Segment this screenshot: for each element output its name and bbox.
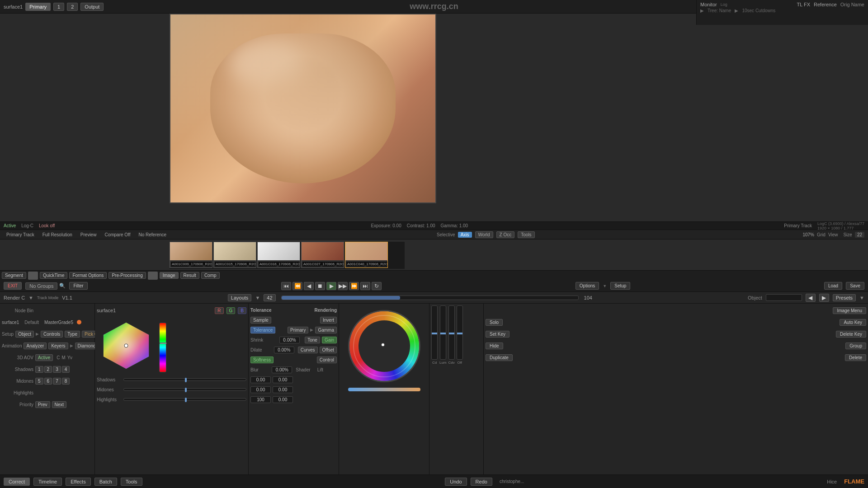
pri-5[interactable]: 5 — [35, 378, 43, 385]
exit-btn[interactable]: EXIT — [4, 282, 22, 290]
analyzer-btn[interactable]: Analyzer — [24, 343, 47, 349]
blur-input[interactable] — [272, 366, 292, 373]
search-icon[interactable]: 🔍 — [59, 283, 66, 289]
tab-2[interactable]: 2 — [67, 3, 78, 11]
val6[interactable] — [273, 396, 293, 403]
tab-1[interactable]: 1 — [53, 3, 64, 11]
shrink-input[interactable] — [279, 337, 300, 343]
timeline-tab[interactable]: Timeline — [33, 478, 62, 486]
timeline-track[interactable] — [281, 296, 579, 300]
auto-key-btn[interactable]: Auto Key — [840, 319, 866, 326]
grade-wheel[interactable] — [348, 310, 420, 382]
control-btn[interactable]: Control — [317, 357, 337, 363]
step-back-btn[interactable]: ◀ — [304, 282, 314, 290]
pri-8[interactable]: 8 — [62, 378, 70, 385]
pri-1[interactable]: 1 — [35, 366, 43, 373]
val3[interactable] — [250, 386, 271, 393]
view-btn[interactable]: View — [828, 232, 838, 237]
offset-btn[interactable]: Offset — [320, 347, 337, 353]
delete-btn[interactable]: Delete — [845, 354, 866, 361]
grid-btn[interactable]: Grid — [817, 232, 826, 237]
axis-btn[interactable]: Axis — [458, 232, 472, 238]
film-thumb-5[interactable]: A001C040_170906_R2OH — [345, 242, 388, 268]
hex-color-wheel[interactable] — [97, 318, 156, 372]
tools-btn[interactable]: Tools — [518, 231, 534, 238]
film-thumb-3[interactable]: A001C016_170906_R2OH — [257, 242, 300, 268]
primary-track-btn[interactable]: Primary Track — [4, 232, 37, 238]
val2[interactable] — [273, 376, 293, 383]
tolerance-highlight[interactable]: Tolerance — [250, 327, 275, 333]
play-btn[interactable]: ▶ — [326, 282, 336, 290]
tone-btn[interactable]: Tone — [305, 337, 320, 343]
redo-btn[interactable]: Redo — [471, 478, 492, 486]
format-options-btn[interactable]: Format Options — [69, 272, 107, 279]
object-btn[interactable]: Object — [15, 331, 34, 338]
layouts-label[interactable]: Layouts — [228, 294, 252, 301]
hide-btn[interactable]: Hide — [486, 343, 503, 349]
no-groups-btn[interactable]: No Groups — [25, 282, 57, 290]
effects-tab[interactable]: Effects — [66, 478, 90, 486]
midtones-track[interactable] — [123, 388, 246, 391]
slider-2-track[interactable] — [440, 305, 446, 360]
active-btn[interactable]: Active — [35, 354, 53, 361]
controls-btn[interactable]: Controls — [41, 331, 63, 338]
render-dropdown-icon[interactable]: ▼ — [28, 295, 33, 300]
setup-btn[interactable]: Setup — [610, 282, 630, 290]
segment-btn[interactable]: Segment — [2, 272, 26, 279]
softness-highlight[interactable]: Softness — [250, 357, 274, 363]
undo-btn[interactable]: Undo — [445, 478, 467, 486]
film-thumb-1[interactable]: A001C009_170906_R2OH — [170, 242, 212, 268]
slider-1-track[interactable] — [431, 305, 438, 360]
go-start-btn[interactable]: ⏮ — [281, 282, 291, 290]
tab-output[interactable]: Output — [80, 3, 104, 11]
slider-3-track[interactable] — [448, 305, 455, 360]
film-thumb-4[interactable]: A001C027_170906_R2OH — [301, 242, 344, 268]
val1[interactable] — [250, 376, 271, 383]
film-thumb-2[interactable]: A001C015_170906_R2OH — [213, 242, 256, 268]
grade-wheel-wrapper[interactable] — [341, 306, 427, 386]
pri-4[interactable]: 4 — [62, 366, 70, 373]
prev-preset-btn[interactable]: ◀ — [806, 294, 816, 302]
selective51-input[interactable]: selective51 — [766, 294, 802, 301]
layouts-arrow[interactable]: ▼ — [255, 295, 260, 300]
correct-tab[interactable]: Correct — [4, 478, 30, 486]
preview-btn[interactable]: Preview — [78, 232, 99, 238]
next-frame-btn[interactable]: ⏩ — [349, 282, 359, 290]
set-key-btn[interactable]: Set Key — [486, 331, 509, 338]
prev-frame-btn[interactable]: ⏪ — [292, 282, 302, 290]
delete-key-btn[interactable]: Delete Key — [836, 331, 866, 338]
save-btn[interactable]: Save — [846, 282, 864, 290]
type-btn[interactable]: Type — [65, 331, 80, 338]
world-btn[interactable]: World — [475, 231, 493, 238]
pri-7[interactable]: 7 — [53, 378, 61, 385]
primary-btn[interactable]: Primary — [288, 327, 308, 333]
loop-btn[interactable]: ↻ — [372, 282, 382, 290]
gamma-btn[interactable]: Gamma — [315, 327, 337, 333]
quicktime-btn[interactable]: QuickTime — [40, 272, 67, 279]
channel-r-btn[interactable]: R — [215, 307, 223, 314]
next-preset-btn[interactable]: ▶ — [819, 294, 829, 302]
shadows-track[interactable] — [123, 378, 246, 381]
curves-btn[interactable]: Curves — [298, 347, 318, 353]
gain-btn[interactable]: Gain — [322, 337, 337, 343]
pri-3[interactable]: 3 — [53, 366, 61, 373]
image-menu-btn[interactable]: Image Menu — [833, 307, 866, 314]
step-fwd-btn[interactable]: ▶▶ — [338, 282, 348, 290]
hue-track[interactable] — [159, 323, 166, 372]
presets-label[interactable]: Presets — [833, 294, 856, 301]
invert-btn[interactable]: Invert — [320, 317, 337, 324]
group-btn[interactable]: Group — [845, 343, 866, 349]
load-btn[interactable]: Load — [824, 282, 842, 290]
comp-tab-btn[interactable]: Comp — [201, 272, 220, 279]
solo-btn[interactable]: Solo — [486, 319, 503, 326]
pri-2[interactable]: 2 — [44, 366, 52, 373]
prev-btn[interactable]: Prev — [35, 401, 50, 408]
batch-tab[interactable]: Batch — [94, 478, 117, 486]
options-btn[interactable]: Options — [576, 282, 599, 290]
val4[interactable] — [273, 386, 293, 393]
pre-processing-btn[interactable]: Pre-Processing — [108, 272, 146, 279]
next-btn[interactable]: Next — [52, 401, 67, 408]
channel-g-btn[interactable]: G — [226, 307, 236, 314]
go-end-btn[interactable]: ⏭ — [360, 282, 370, 290]
keyers-btn[interactable]: Keyers — [48, 343, 68, 349]
